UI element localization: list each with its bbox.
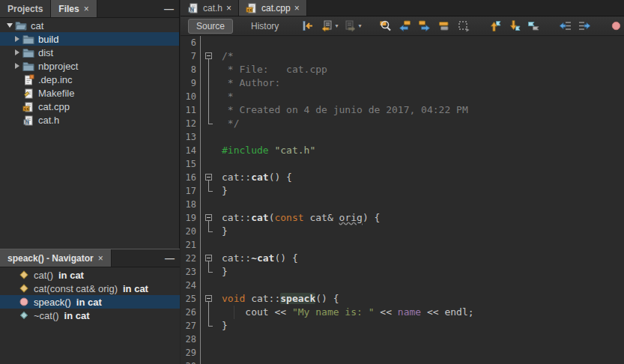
code-line-24[interactable]: 24: [181, 279, 624, 292]
close-icon[interactable]: ×: [294, 3, 300, 13]
line-number[interactable]: 23: [181, 265, 201, 279]
code-line-30[interactable]: 30: [181, 360, 624, 364]
code-text[interactable]: cat::cat() {: [217, 171, 624, 184]
line-number[interactable]: 25: [181, 292, 201, 306]
code-line-11[interactable]: 11 * Created on 4 de junio de 2017, 04:2…: [181, 103, 624, 117]
source-button[interactable]: Source: [188, 19, 233, 34]
caret-down-icon[interactable]: ▾: [335, 22, 338, 29]
fold-toggle-icon[interactable]: [205, 214, 212, 221]
tree-item--dep-inc[interactable]: .dep.inc: [0, 73, 179, 86]
find-previous-button[interactable]: [397, 19, 412, 33]
code-text[interactable]: #include "cat.h": [217, 144, 624, 157]
fold-toggle-icon[interactable]: [205, 174, 212, 181]
code-line-18[interactable]: 18: [181, 198, 624, 211]
caret-down-icon[interactable]: ▾: [358, 22, 361, 29]
code-line-10[interactable]: 10 *: [181, 90, 624, 103]
chevron-right-icon[interactable]: [12, 63, 22, 69]
line-number[interactable]: 21: [181, 238, 201, 252]
line-number[interactable]: 13: [181, 130, 201, 144]
code-text[interactable]: [217, 346, 624, 360]
line-number[interactable]: 17: [181, 184, 201, 198]
find-next-button[interactable]: [416, 19, 431, 33]
close-icon[interactable]: ×: [84, 4, 89, 14]
line-number[interactable]: 10: [181, 90, 201, 103]
code-area[interactable]: 67/*8 * File: cat.cpp9 * Author: 10 *11 …: [181, 36, 624, 364]
editor-tab-cat-h[interactable]: hcat.h×: [181, 0, 239, 16]
tree-item-cat-cpp[interactable]: cccat.cpp: [0, 100, 179, 113]
next-bookmark-button[interactable]: [506, 19, 521, 33]
code-line-6[interactable]: 6: [181, 36, 624, 49]
tab-projects[interactable]: Projects: [0, 0, 51, 17]
code-text[interactable]: * File: cat.cpp: [217, 63, 624, 76]
line-number[interactable]: 9: [181, 76, 201, 90]
code-line-21[interactable]: 21: [181, 238, 624, 252]
tree-item-dist[interactable]: dist: [0, 46, 179, 59]
code-text[interactable]: [217, 279, 624, 292]
rectangular-selection-button[interactable]: [455, 19, 470, 33]
code-text[interactable]: [217, 130, 624, 144]
shift-line-right-button[interactable]: [577, 19, 592, 33]
back-button[interactable]: [319, 19, 334, 33]
code-text[interactable]: cat::cat(const cat& orig) {: [217, 211, 624, 225]
close-icon[interactable]: ×: [98, 253, 103, 264]
code-line-17[interactable]: 17}: [181, 184, 624, 198]
history-button[interactable]: History: [243, 19, 286, 33]
fold-toggle-icon[interactable]: [205, 255, 212, 261]
navigator-item[interactable]: cat()in cat: [0, 268, 180, 282]
code-text[interactable]: void cat::speack() {: [217, 292, 624, 306]
code-text[interactable]: [217, 157, 624, 171]
code-line-28[interactable]: 28: [181, 333, 624, 346]
code-text[interactable]: }: [217, 225, 624, 238]
tree-item-build[interactable]: build: [0, 32, 179, 46]
minimize-icon[interactable]: —: [165, 249, 174, 267]
code-text[interactable]: cat::~cat() {: [217, 252, 624, 265]
line-number[interactable]: 22: [181, 252, 201, 265]
last-edit-position-button[interactable]: [300, 19, 315, 33]
previous-bookmark-button[interactable]: [487, 19, 502, 33]
code-line-23[interactable]: 23}: [181, 265, 624, 279]
fold-toggle-icon[interactable]: [205, 295, 212, 302]
chevron-right-icon[interactable]: [12, 36, 22, 42]
line-number[interactable]: 15: [181, 157, 201, 171]
code-text[interactable]: [217, 198, 624, 211]
line-number[interactable]: 14: [181, 144, 201, 157]
code-text[interactable]: [217, 36, 624, 49]
line-number[interactable]: 28: [181, 333, 201, 346]
find-selection-button[interactable]: [378, 19, 393, 33]
code-line-22[interactable]: 22cat::~cat() {: [181, 252, 624, 265]
tree-item-nbproject[interactable]: nbproject: [0, 59, 179, 73]
code-line-12[interactable]: 12 */: [181, 117, 624, 130]
minimize-icon[interactable]: —: [164, 0, 173, 17]
code-text[interactable]: [217, 238, 624, 252]
line-number[interactable]: 12: [181, 117, 201, 130]
line-number[interactable]: 26: [181, 306, 201, 319]
code-line-13[interactable]: 13: [181, 130, 624, 144]
code-text[interactable]: * Author:: [217, 76, 624, 90]
line-number[interactable]: 20: [181, 225, 201, 238]
line-number[interactable]: 27: [181, 319, 201, 333]
code-line-29[interactable]: 29: [181, 346, 624, 360]
code-text[interactable]: [217, 333, 624, 346]
code-line-27[interactable]: 27}: [181, 319, 624, 333]
code-line-20[interactable]: 20}: [181, 225, 624, 238]
line-number[interactable]: 30: [181, 360, 201, 364]
code-line-19[interactable]: 19cat::cat(const cat& orig) {: [181, 211, 624, 225]
code-line-16[interactable]: 16cat::cat() {: [181, 171, 624, 184]
fold-toggle-icon[interactable]: [205, 52, 212, 59]
chevron-right-icon[interactable]: [12, 49, 22, 55]
line-number[interactable]: 18: [181, 198, 201, 211]
tree-item-root[interactable]: cat: [0, 19, 179, 32]
forward-button[interactable]: [342, 19, 357, 33]
line-number[interactable]: 6: [181, 36, 201, 49]
close-icon[interactable]: ×: [226, 3, 231, 13]
editor-tab-cat-cpp[interactable]: cccat.cpp×: [239, 0, 307, 16]
line-number[interactable]: 24: [181, 279, 201, 292]
line-number[interactable]: 29: [181, 346, 201, 360]
code-text[interactable]: [217, 360, 624, 364]
code-text[interactable]: }: [217, 265, 624, 279]
toggle-bookmark-button[interactable]: [526, 19, 541, 33]
chevron-down-icon[interactable]: [4, 23, 15, 28]
navigator-item[interactable]: ~cat()in cat: [0, 309, 180, 322]
tree-item-Makefile[interactable]: Makefile: [0, 86, 179, 100]
code-text[interactable]: *: [217, 90, 624, 103]
